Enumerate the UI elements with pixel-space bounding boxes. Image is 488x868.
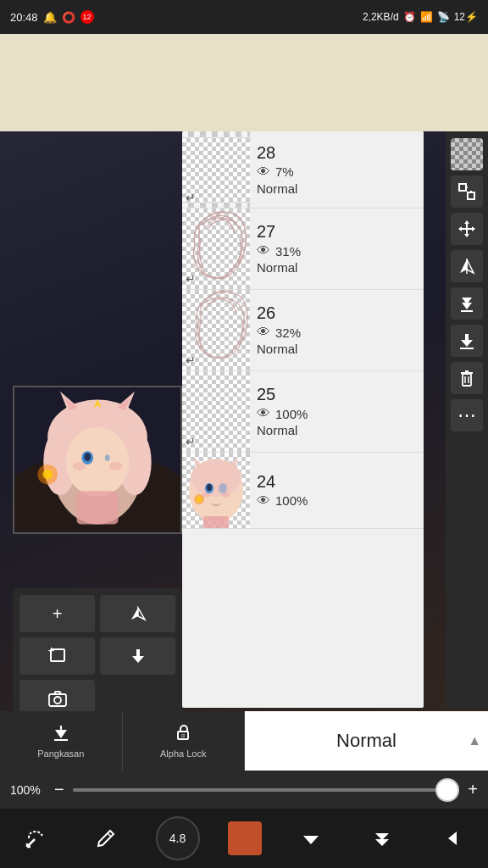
svg-marker-67: [460, 259, 467, 273]
pangkasan-label: Pangkasan: [37, 748, 84, 759]
visibility-icon[interactable]: 👁: [257, 325, 270, 340]
group-layer-button[interactable]: +: [19, 637, 95, 675]
svg-point-53: [222, 492, 230, 498]
svg-point-50: [219, 483, 227, 493]
alarm-icon: ⏰: [403, 11, 416, 23]
current-blend-mode: Normal: [336, 730, 396, 752]
move-to-layer-button[interactable]: [451, 175, 483, 208]
layer-thumbnail: ↵: [182, 290, 250, 370]
flip-button[interactable]: [451, 250, 483, 282]
zoom-plus-button[interactable]: +: [468, 780, 478, 799]
opacity-value: 100%: [275, 493, 308, 508]
badge: 12: [80, 10, 94, 24]
scroll-down-button[interactable]: [290, 817, 332, 860]
zoom-slider-thumb[interactable]: [435, 778, 459, 802]
layer-item[interactable]: ↵ 27 👁 31% Normal: [182, 209, 424, 290]
svg-point-87: [54, 697, 61, 704]
svg-marker-100: [448, 832, 457, 845]
svg-line-93: [27, 839, 35, 847]
scroll-down-more-button[interactable]: [361, 817, 403, 860]
layer-opacity-row: 👁 7%: [257, 164, 417, 180]
battery: 12⚡: [454, 11, 478, 23]
artwork-svg: [14, 386, 180, 534]
merge-down-button[interactable]: [100, 637, 175, 675]
layer-item[interactable]: 24 👁 100%: [182, 453, 424, 529]
merge-visible-icon: [458, 294, 476, 313]
alpha-lock-label: Alpha Lock: [160, 748, 206, 759]
svg-rect-16: [77, 491, 119, 524]
layer-thumb-svg: [182, 453, 250, 529]
zoom-slider[interactable]: [73, 788, 460, 792]
layer-thumbnail: ↵: [182, 209, 250, 289]
svg-point-56: [197, 497, 202, 502]
blend-mode-selector[interactable]: Normal ▲: [245, 711, 488, 771]
blend-mode-label: Normal: [257, 423, 417, 437]
svg-marker-99: [375, 839, 389, 846]
brush-size-button[interactable]: 4.8: [156, 816, 200, 860]
visibility-icon[interactable]: 👁: [257, 243, 270, 259]
opacity-value: 31%: [275, 244, 301, 259]
svg-rect-85: [136, 649, 140, 658]
svg-text:α: α: [181, 732, 185, 738]
more-options-button[interactable]: ⋯: [451, 399, 483, 431]
move-layer-icon: [458, 182, 476, 201]
export-button[interactable]: [451, 325, 483, 357]
transform-button[interactable]: [451, 213, 483, 245]
pangkasan-button[interactable]: Pangkasan: [0, 711, 123, 771]
group-icon: +: [48, 645, 67, 668]
back-button[interactable]: [431, 817, 474, 860]
layer-info: 27 👁 31% Normal: [250, 209, 424, 289]
canvas-preview: [13, 386, 182, 534]
visibility-icon[interactable]: 👁: [257, 493, 270, 509]
layer-number: 28: [257, 144, 417, 161]
layer-controls-panel: + +: [13, 588, 182, 724]
add-layer-button[interactable]: +: [19, 595, 95, 632]
duplicate-layer-button[interactable]: [100, 595, 175, 632]
layer-item[interactable]: ↵ 28 👁 7% Normal: [182, 131, 424, 209]
flip-icon: [458, 257, 476, 275]
svg-point-51: [207, 484, 212, 491]
layers-panel: ↵ 28 👁 7% Normal: [182, 131, 424, 708]
svg-marker-97: [303, 836, 319, 844]
notification-icon: 🔔: [43, 11, 57, 24]
alpha-lock-icon: α: [174, 723, 192, 746]
layer-merge-arrow: ↵: [186, 435, 196, 448]
svg-line-96: [108, 833, 111, 837]
layer-info: 25 👁 100% Normal: [250, 371, 424, 452]
svg-rect-74: [465, 334, 469, 342]
svg-marker-63: [464, 220, 469, 224]
svg-rect-90: [54, 739, 68, 741]
svg-point-12: [105, 454, 110, 461]
network-speed: 2,2KB/d: [363, 11, 399, 23]
color-swatch-button[interactable]: [228, 821, 262, 855]
svg-point-10: [66, 427, 129, 497]
layer-item[interactable]: ↵ 25 👁 100% Normal: [182, 371, 424, 453]
zoom-minus-button[interactable]: −: [54, 780, 64, 799]
svg-marker-68: [467, 259, 474, 273]
layer-opacity-row: 👁 100%: [257, 406, 417, 421]
selection-tool-button[interactable]: [14, 817, 57, 860]
zoom-slider-fill: [73, 788, 460, 792]
alpha-lock-button[interactable]: α Alpha Lock: [123, 711, 246, 771]
visibility-icon[interactable]: 👁: [257, 164, 270, 180]
blend-mode-label: Normal: [257, 260, 417, 275]
opacity-value: 100%: [275, 407, 308, 421]
merge-visible-button[interactable]: [451, 287, 483, 320]
bottom-nav-bar: 4.8: [0, 809, 488, 868]
back-icon: [441, 827, 463, 849]
svg-point-15: [109, 462, 123, 470]
delete-layer-button[interactable]: [451, 362, 483, 394]
pangkasan-icon: [52, 723, 70, 746]
layer-thumbnail: ↵: [182, 131, 250, 208]
svg-rect-72: [461, 310, 473, 312]
zoom-percent: 100%: [10, 783, 46, 797]
time: 20:48: [10, 11, 38, 24]
layer-item[interactable]: ↵ 26 👁 32% Normal: [182, 290, 424, 371]
checker-pattern-button[interactable]: [451, 138, 483, 170]
svg-marker-88: [55, 730, 67, 738]
brush-size-value: 4.8: [169, 832, 186, 845]
svg-marker-81: [131, 608, 138, 620]
visibility-icon[interactable]: 👁: [257, 406, 270, 421]
clipping-icon: [52, 723, 70, 742]
pen-tool-button[interactable]: [85, 817, 127, 860]
